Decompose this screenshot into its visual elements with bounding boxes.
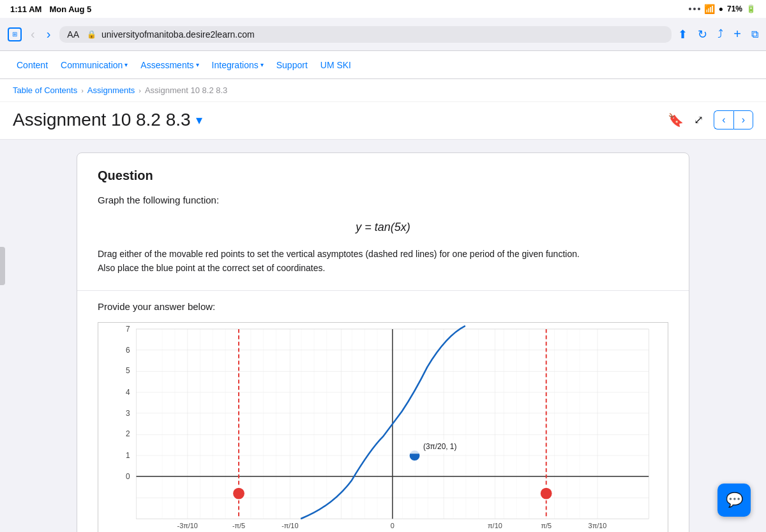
svg-text:1: 1	[126, 451, 130, 460]
breadcrumb-toc[interactable]: Table of Contents	[13, 85, 77, 95]
address-bar[interactable]: AA 🔒 universityofmanitoba.desire2learn.c…	[59, 26, 672, 43]
breadcrumb-assignments[interactable]: Assignments	[87, 85, 135, 95]
svg-point-66	[540, 487, 553, 500]
svg-text:7: 7	[126, 325, 130, 334]
browser-chrome: ⊞ ‹ › AA 🔒 universityofmanitoba.desire2l…	[0, 18, 766, 51]
nav-integrations[interactable]: Integrations ▾	[206, 51, 270, 79]
forward-button[interactable]: ›	[44, 27, 54, 41]
header-actions: 🔖 ⤢ ‹ ›	[668, 110, 753, 129]
section-divider	[77, 290, 689, 291]
next-assignment-button[interactable]: ›	[733, 110, 753, 129]
svg-text:(3π/20, 1): (3π/20, 1)	[423, 442, 456, 451]
instruction-text: Drag either of the movable red points to…	[98, 247, 668, 276]
graph-container[interactable]: 7 6 5 4 3 2 1 0 -3π/10 -π/5 -π/10 0 π/10…	[98, 322, 668, 532]
battery-icon: 🔋	[746, 4, 756, 13]
graph-svg: 7 6 5 4 3 2 1 0 -3π/10 -π/5 -π/10 0 π/10…	[98, 323, 668, 532]
reload-icon[interactable]: ↻	[698, 27, 707, 41]
day: Mon Aug 5	[49, 4, 91, 14]
nav-integrations-label: Integrations	[212, 60, 259, 70]
svg-text:-π/10: -π/10	[282, 522, 298, 529]
formula-display: y = tan(5x)	[98, 221, 668, 234]
chat-icon: 💬	[726, 492, 743, 508]
nav-support[interactable]: Support	[270, 51, 314, 79]
svg-text:6: 6	[126, 346, 130, 355]
nav-support-label: Support	[276, 60, 308, 70]
breadcrumb-sep-1: ›	[81, 87, 84, 94]
left-edge-tab	[0, 247, 5, 285]
answer-label: Provide your answer below:	[98, 301, 668, 312]
nav-arrows: ‹ ›	[714, 110, 753, 129]
share-box-icon[interactable]: ⤴	[717, 27, 723, 41]
more-menu-icon	[689, 8, 700, 10]
breadcrumb-sep-2: ›	[139, 87, 141, 94]
page-title: Assignment 10 8.2 8.3	[13, 110, 191, 130]
nav-assessments[interactable]: Assessments ▾	[134, 51, 205, 79]
nav-content[interactable]: Content	[10, 51, 54, 79]
nav-umski-label: UM SKI	[320, 60, 351, 70]
communication-chevron: ▾	[124, 61, 128, 68]
expand-icon[interactable]: ⤢	[694, 113, 703, 127]
add-tab-icon[interactable]: +	[733, 27, 741, 41]
question-title: Question	[98, 168, 668, 183]
bookmark-icon[interactable]: 🔖	[668, 112, 684, 128]
svg-text:5: 5	[126, 367, 130, 376]
aa-label[interactable]: AA	[67, 29, 79, 40]
tabs-icon[interactable]: ⧉	[751, 29, 758, 40]
svg-text:π/5: π/5	[541, 522, 552, 529]
svg-text:-3π/10: -3π/10	[177, 522, 198, 529]
back-button[interactable]: ‹	[28, 27, 38, 41]
lock-icon: 🔒	[87, 30, 96, 39]
url-text: universityofmanitoba.desire2learn.com	[101, 29, 255, 40]
page-header: Assignment 10 8.2 8.3 ▾ 🔖 ⤢ ‹ ›	[0, 102, 766, 140]
svg-text:3: 3	[126, 409, 130, 418]
nav-assessments-label: Assessments	[140, 60, 193, 70]
status-bar: 1:11 AM Mon Aug 5 📶 ● 71% 🔋	[0, 0, 766, 18]
toolbar-right: ⬆ ↻ ⤴ + ⧉	[678, 27, 758, 41]
tab-grid-icon[interactable]: ⊞	[8, 27, 22, 41]
chat-button[interactable]: 💬	[717, 484, 751, 517]
status-bar-left: 1:11 AM Mon Aug 5	[10, 4, 91, 14]
svg-text:4: 4	[126, 388, 130, 397]
content-area: Question Graph the following function: y…	[0, 140, 766, 532]
question-card: Question Graph the following function: y…	[77, 152, 689, 532]
site-navigation: Content Communication ▾ Assessments ▾ In…	[0, 51, 766, 79]
prev-assignment-button[interactable]: ‹	[714, 110, 733, 129]
title-dropdown-chevron[interactable]: ▾	[196, 112, 202, 128]
svg-text:3π/10: 3π/10	[589, 522, 607, 529]
time: 1:11 AM	[10, 4, 41, 14]
battery: 71%	[727, 4, 742, 13]
svg-text:0: 0	[126, 472, 130, 481]
breadcrumb: Table of Contents › Assignments › Assign…	[0, 79, 766, 102]
svg-text:0: 0	[391, 522, 394, 529]
svg-text:2: 2	[126, 430, 130, 439]
page-title-row: Assignment 10 8.2 8.3 ▾	[13, 110, 202, 130]
svg-point-65	[232, 487, 245, 500]
wifi-icon: 📶	[704, 4, 715, 14]
nav-communication-label: Communication	[61, 60, 123, 70]
share-icon[interactable]: ⬆	[678, 27, 687, 41]
nav-communication[interactable]: Communication ▾	[54, 51, 134, 79]
nav-content-label: Content	[17, 60, 48, 70]
question-description: Graph the following function:	[98, 193, 668, 208]
signal-icon: ●	[719, 4, 723, 13]
svg-text:π/10: π/10	[488, 522, 502, 529]
nav-umski[interactable]: UM SKI	[314, 51, 357, 79]
integrations-chevron: ▾	[260, 61, 264, 68]
status-bar-right: 📶 ● 71% 🔋	[689, 4, 756, 14]
breadcrumb-current: Assignment 10 8.2 8.3	[145, 85, 227, 95]
svg-text:-π/5: -π/5	[232, 522, 245, 529]
assessments-chevron: ▾	[196, 61, 199, 68]
